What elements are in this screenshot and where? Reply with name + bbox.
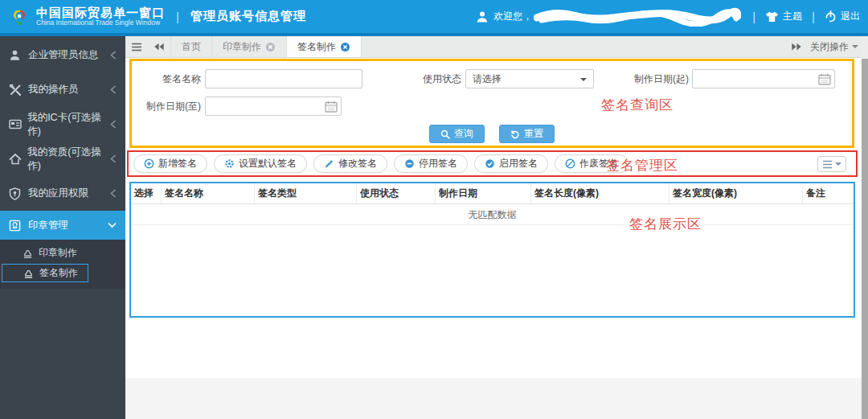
scrollbar-thumb[interactable] — [862, 59, 868, 419]
brand-title: 中国国际贸易单一窗口 — [36, 6, 165, 20]
tab-home[interactable]: 首页 — [170, 36, 212, 57]
tab-bar: 首页 印章制作 签名制作 关闭操作 — [125, 36, 868, 58]
annotation-query-area: 签名查询区 — [601, 96, 674, 114]
enable-signature-button[interactable]: 启用签名 — [474, 154, 548, 173]
search-button[interactable]: 查询 — [429, 125, 485, 143]
signature-name-input[interactable] — [205, 69, 362, 88]
undo-icon — [510, 129, 520, 139]
sidebar-subitem-seal-creation[interactable]: 印章制作 — [0, 244, 125, 262]
close-operations-label: 关闭操作 — [810, 40, 849, 54]
sidebar-item-my-qualifications[interactable]: 我的资质(可选操作) — [0, 142, 125, 176]
minus-circle-icon — [404, 158, 415, 169]
shield-pin-icon — [9, 187, 23, 200]
search-icon — [440, 129, 450, 139]
theme-button[interactable]: 主题 — [765, 10, 802, 23]
chevron-left-icon — [110, 51, 117, 60]
menu-toggle-icon[interactable] — [125, 36, 148, 57]
table-empty-message: 无匹配数据 — [131, 204, 854, 225]
header-divider: | — [812, 10, 815, 23]
column-header-remarks: 备注 — [803, 183, 854, 203]
content-footer-strip — [125, 378, 862, 419]
scroll-tabs-left-icon[interactable] — [148, 36, 170, 57]
tab-label: 印章制作 — [223, 40, 261, 54]
sidebar-item-my-operators[interactable]: 我的操作员 — [0, 72, 125, 107]
person-icon — [9, 49, 23, 61]
logout-button[interactable]: 退出 — [825, 10, 860, 23]
signature-table-header: 选择 签名名称 签名类型 使用状态 制作日期 签名长度(像素) 签名宽度(像素)… — [131, 183, 854, 204]
tab-signature-creation[interactable]: 签名制作 — [287, 36, 362, 57]
close-operations-dropdown[interactable]: 关闭操作 — [810, 40, 858, 54]
tab-close-icon[interactable] — [265, 42, 276, 52]
sidebar-item-label: 我的应用权限 — [28, 187, 88, 200]
column-header-signature-name: 签名名称 — [162, 183, 255, 203]
pencil-icon — [324, 158, 334, 169]
tools-icon — [9, 84, 23, 97]
sidebar-subitem-label: 印章制作 — [39, 246, 77, 260]
sidebar-item-my-app-permissions[interactable]: 我的应用权限 — [0, 176, 125, 211]
usage-status-label: 使用状态 — [413, 69, 461, 88]
query-buttons: 查询 重置 — [132, 125, 852, 143]
tab-seal-creation[interactable]: 印章制作 — [212, 36, 287, 57]
chevron-left-icon — [110, 189, 117, 198]
caret-down-icon — [852, 45, 858, 48]
date-from-input[interactable] — [692, 69, 835, 88]
reset-button-label: 重置 — [524, 127, 543, 141]
seal-icon — [9, 220, 23, 232]
tab-label: 签名制作 — [297, 40, 336, 54]
toolbar-button-label: 停用签名 — [419, 157, 457, 170]
sidebar-item-label: 印章管理 — [28, 219, 68, 232]
date-from-label: 制作日期(起) — [620, 69, 689, 88]
reset-button[interactable]: 重置 — [499, 125, 555, 143]
column-header-creation-date: 制作日期 — [436, 183, 531, 203]
sidebar-nav: 企业管理员信息 我的操作员 我的IC卡(可选操作) — [0, 36, 125, 419]
app-logo-icon — [8, 6, 31, 28]
sidebar-item-enterprise-admin-info[interactable]: 企业管理员信息 — [0, 38, 125, 72]
toolbar-button-label: 设置默认签名 — [239, 157, 297, 170]
tab-close-icon[interactable] — [340, 42, 350, 52]
search-button-label: 查询 — [454, 127, 473, 141]
set-default-signature-button[interactable]: 设置默认签名 — [214, 154, 307, 173]
signature-name-label: 签名名称 — [132, 69, 201, 88]
page-title: 管理员账号信息管理 — [190, 9, 306, 24]
annotation-box-manage-area: 新增签名 设置默认签名 修改签名 停用签名 — [127, 150, 858, 177]
usage-status-value: 请选择 — [473, 73, 502, 84]
app-window: 中国国际贸易单一窗口 China International Trade Sin… — [0, 0, 868, 419]
annotation-display-area: 签名展示区 — [629, 215, 702, 233]
gear-icon — [224, 158, 235, 169]
id-card-icon — [9, 119, 22, 129]
chevron-left-icon — [110, 85, 117, 94]
column-header-select: 选择 — [131, 183, 162, 203]
disable-signature-button[interactable]: 停用签名 — [394, 154, 468, 173]
calendar-icon[interactable] — [325, 101, 338, 113]
toolbar-button-label: 启用签名 — [499, 157, 538, 170]
user-icon — [476, 10, 489, 23]
brand-text: 中国国际贸易单一窗口 China International Trade Sin… — [36, 6, 165, 27]
sidebar-item-label: 我的操作员 — [28, 83, 79, 97]
column-header-signature-length: 签名长度(像素) — [531, 183, 669, 203]
scroll-tabs-right-icon[interactable] — [791, 42, 802, 51]
column-header-signature-width: 签名宽度(像素) — [669, 183, 803, 203]
toolbar-button-label: 修改签名 — [338, 157, 377, 170]
toolbar-button-label: 新增签名 — [158, 157, 197, 170]
caret-down-icon — [580, 78, 587, 81]
calendar-icon[interactable] — [818, 73, 831, 85]
seal-management-submenu: 印章制作 签名制作 — [0, 240, 125, 289]
power-icon — [825, 10, 837, 23]
chevron-left-icon — [110, 120, 117, 129]
stamp-icon — [23, 248, 34, 259]
redacted-username-scribble — [534, 7, 741, 27]
modify-signature-button[interactable]: 修改签名 — [313, 154, 387, 173]
add-signature-button[interactable]: 新增签名 — [133, 154, 207, 173]
usage-status-select[interactable]: 请选择 — [465, 69, 594, 88]
sidebar-subitem-signature-creation[interactable]: 签名制作 — [2, 264, 88, 282]
vertical-scrollbar[interactable] — [862, 36, 868, 419]
column-header-signature-type: 签名类型 — [255, 183, 357, 203]
tab-bar-right: 关闭操作 — [791, 36, 868, 57]
home-icon — [9, 153, 22, 165]
sidebar-item-my-ic-card[interactable]: 我的IC卡(可选操作) — [0, 107, 125, 142]
date-to-input[interactable] — [205, 97, 342, 116]
sidebar-item-label: 企业管理员信息 — [28, 48, 99, 62]
view-options-button[interactable] — [817, 156, 846, 172]
sidebar-item-seal-management[interactable]: 印章管理 — [0, 211, 125, 240]
ban-circle-icon — [565, 158, 575, 169]
